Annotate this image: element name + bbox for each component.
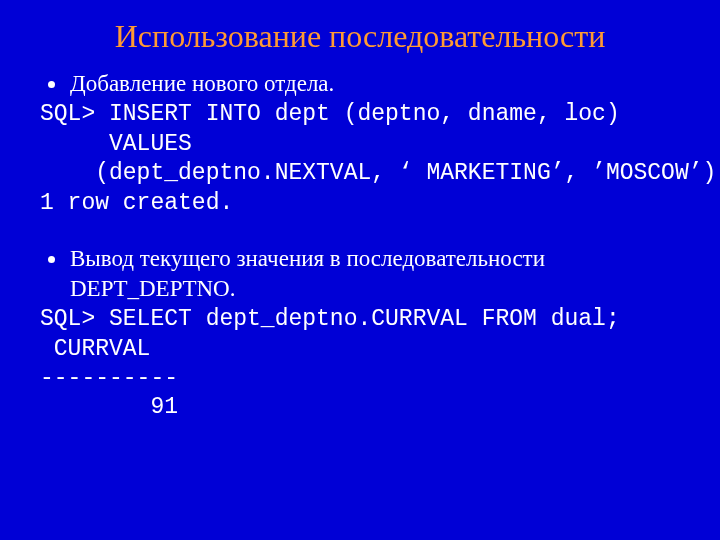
code-insert-result: 1 row created. [40,189,680,218]
code-insert-line3: (dept_deptno.NEXTVAL, ‘ MARKETING’, ’MOS… [40,159,680,188]
code-insert-line1: SQL> INSERT INTO dept (deptno, dname, lo… [40,100,680,129]
bullet-currval: Вывод текущего значения в последовательн… [68,244,680,303]
code-select-divider: ---------- [40,364,680,393]
slide-body: Добавление нового отдела. SQL> INSERT IN… [40,69,680,423]
code-select-header: CURRVAL [40,335,680,364]
slide-title: Использование последовательности [40,18,680,55]
spacer [40,218,680,242]
code-insert-line2: VALUES [40,130,680,159]
bullet-add-dept: Добавление нового отдела. [68,69,680,98]
slide: Использование последовательности Добавле… [0,0,720,423]
code-select-value: 91 [40,393,680,422]
code-select-line1: SQL> SELECT dept_deptno.CURRVAL FROM dua… [40,305,680,334]
